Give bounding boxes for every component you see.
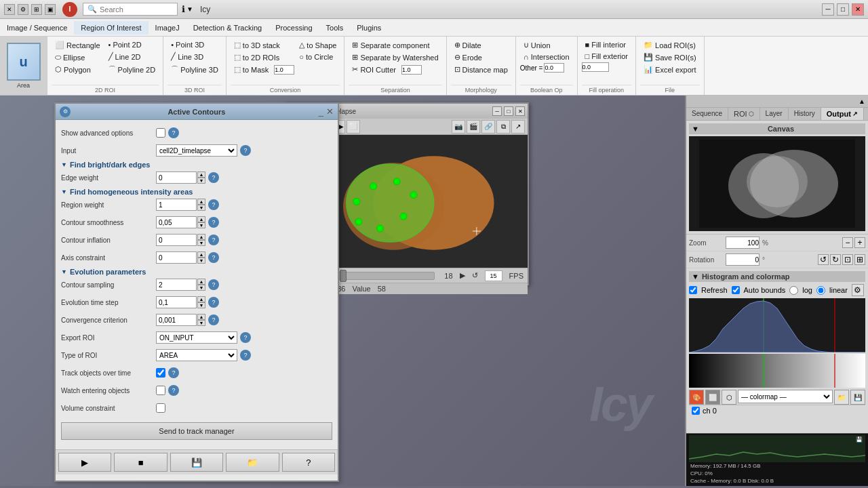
csamp-up[interactable]: ▲ bbox=[197, 279, 205, 285]
show-advanced-info[interactable]: ? bbox=[168, 127, 179, 138]
polyline2d-btn[interactable]: ⌒Polyline 2D bbox=[105, 63, 159, 76]
tab-sequence[interactable]: Sequence bbox=[686, 108, 728, 120]
zoom-out-button[interactable]: − bbox=[842, 237, 853, 248]
load-colormap-button[interactable]: 💾 bbox=[850, 390, 865, 405]
region-weight-down[interactable]: ▼ bbox=[197, 205, 205, 211]
menu-image-sequence[interactable]: Image / Sequence bbox=[0, 21, 74, 35]
point3d-btn[interactable]: •Point 3D bbox=[167, 39, 222, 50]
roi-area-icon[interactable]: u bbox=[7, 43, 41, 81]
log-radio[interactable] bbox=[789, 286, 798, 295]
menu-imagej[interactable]: ImageJ bbox=[149, 21, 186, 35]
histogram-settings-button[interactable]: ⚙ bbox=[852, 284, 864, 296]
polygon-btn[interactable]: ⬡Polygon bbox=[52, 64, 104, 75]
search-input[interactable] bbox=[100, 5, 173, 14]
watch-entering-checkbox[interactable] bbox=[156, 386, 165, 395]
axis-down[interactable]: ▼ bbox=[197, 258, 205, 264]
track-objects-checkbox[interactable] bbox=[156, 368, 165, 378]
tocircle-btn[interactable]: ○to Circle bbox=[296, 52, 340, 62]
stop-button[interactable]: ■ bbox=[114, 453, 167, 472]
fill-interior-btn[interactable]: ■Fill interior bbox=[582, 39, 631, 50]
panel-minimize-button[interactable]: _ bbox=[319, 106, 323, 117]
track-objects-info[interactable]: ? bbox=[168, 367, 179, 378]
cs-down[interactable]: ▼ bbox=[197, 222, 205, 228]
grid-btn[interactable]: ⊞ bbox=[31, 4, 42, 15]
rectangle-btn[interactable]: ⬜Rectangle bbox=[52, 39, 104, 51]
edge-weight-input[interactable] bbox=[156, 171, 197, 184]
csamp-down[interactable]: ▼ bbox=[197, 285, 205, 291]
separate-component-btn[interactable]: ⊞Separate component bbox=[349, 39, 441, 51]
fit-button[interactable]: ⊡ bbox=[842, 254, 853, 265]
to3dstack-btn[interactable]: ⬚to 3D stack bbox=[231, 39, 295, 51]
axis-up[interactable]: ▲ bbox=[197, 251, 205, 258]
watch-entering-info[interactable]: ? bbox=[168, 385, 179, 396]
help-button[interactable]: ? bbox=[282, 453, 335, 472]
axis-input[interactable] bbox=[156, 251, 197, 264]
channel-checkbox[interactable] bbox=[692, 407, 700, 415]
rotate-cw-button[interactable]: ↻ bbox=[830, 254, 841, 265]
edge-weight-up[interactable]: ▲ bbox=[197, 171, 205, 178]
conv-up[interactable]: ▲ bbox=[197, 314, 205, 320]
axis-info[interactable]: ? bbox=[208, 252, 219, 263]
ci-info[interactable]: ? bbox=[208, 235, 219, 245]
input-info[interactable]: ? bbox=[240, 145, 251, 156]
conv-info[interactable]: ? bbox=[208, 314, 219, 325]
roi-cutter-btn[interactable]: ✂ROI Cutter bbox=[349, 64, 399, 75]
excel-export-btn[interactable]: 📊Excel export bbox=[640, 64, 700, 75]
loop-icon[interactable]: ↺ bbox=[472, 271, 478, 280]
menu-detection[interactable]: Detection & Tracking bbox=[186, 21, 269, 35]
cs-info[interactable]: ? bbox=[208, 217, 219, 228]
conv-down[interactable]: ▼ bbox=[197, 320, 205, 326]
et-up[interactable]: ▲ bbox=[197, 296, 205, 302]
monitor-btn[interactable]: ▣ bbox=[45, 4, 56, 15]
color-palette-button[interactable]: 🎨 bbox=[689, 390, 704, 405]
export-roi-select[interactable]: ON_INPUT bbox=[156, 331, 237, 344]
load-rois-btn[interactable]: 📁Load ROI(s) bbox=[640, 39, 700, 51]
save-state-button[interactable]: 💾 bbox=[170, 453, 223, 472]
type-roi-info[interactable]: ? bbox=[240, 350, 251, 361]
tab-roi[interactable]: ROI⬡ bbox=[728, 108, 760, 120]
tab-output[interactable]: Output↗ bbox=[821, 108, 864, 120]
play-icon[interactable]: ▶ bbox=[460, 271, 465, 280]
ci-up[interactable]: ▲ bbox=[197, 234, 205, 240]
refresh-checkbox[interactable] bbox=[689, 286, 697, 294]
toshape-btn[interactable]: △to Shape bbox=[296, 39, 340, 51]
menu-plugins[interactable]: Plugins bbox=[350, 21, 388, 35]
minimize-button[interactable]: ─ bbox=[822, 3, 834, 16]
region-weight-info[interactable]: ? bbox=[208, 199, 219, 210]
contour-sampling-input[interactable] bbox=[156, 279, 197, 291]
intersection-btn[interactable]: ∩Intersection bbox=[520, 52, 573, 62]
cell-tool-export[interactable]: ↗ bbox=[511, 120, 525, 134]
evolution-section[interactable]: ▼ Evolution parameters bbox=[61, 268, 332, 276]
region-weight-input[interactable] bbox=[156, 199, 197, 211]
auto-bounds-checkbox[interactable] bbox=[732, 286, 740, 294]
tomask-btn[interactable]: ⬚to Mask bbox=[231, 64, 273, 75]
convergence-input[interactable] bbox=[156, 314, 197, 326]
bright-dark-section[interactable]: ▼ Find bright/dark edges bbox=[61, 161, 332, 169]
type-roi-select[interactable]: AREA bbox=[156, 349, 237, 361]
contour-inflation-input[interactable] bbox=[156, 234, 197, 246]
rotate-ccw-button[interactable]: ↺ bbox=[818, 254, 829, 265]
info-icon[interactable]: ℹ bbox=[182, 4, 185, 14]
menu-tools[interactable]: Tools bbox=[319, 21, 351, 35]
homogeneous-section[interactable]: ▼ Find homogeneous intensity areas bbox=[61, 188, 332, 196]
cell-tool-link[interactable]: 🔗 bbox=[481, 120, 495, 134]
cell-tool-capture[interactable]: 📷 bbox=[452, 120, 465, 134]
zoom-in-button[interactable]: + bbox=[854, 237, 865, 248]
volume-constraint-checkbox[interactable] bbox=[156, 403, 165, 413]
dropdown-icon[interactable]: ▼ bbox=[186, 5, 193, 13]
t-slider-thumb[interactable] bbox=[340, 270, 347, 282]
edge-weight-info[interactable]: ? bbox=[208, 172, 219, 183]
panel-close-button[interactable]: ✕ bbox=[326, 106, 334, 117]
union-btn[interactable]: ∪Union bbox=[520, 39, 573, 51]
linear-radio[interactable] bbox=[816, 286, 825, 295]
mask-input[interactable] bbox=[274, 65, 294, 75]
et-down[interactable]: ▼ bbox=[197, 302, 205, 308]
close-btn[interactable]: ✕ bbox=[4, 4, 15, 15]
show-advanced-checkbox[interactable] bbox=[156, 128, 165, 138]
menu-roi[interactable]: Region Of Interest bbox=[74, 21, 148, 35]
fullscreen-button[interactable]: ⊞ bbox=[854, 254, 865, 265]
cell-close-button[interactable]: ✕ bbox=[515, 106, 525, 116]
contour-smoothness-input[interactable] bbox=[156, 216, 197, 228]
dilate-btn[interactable]: ⊕Dilate bbox=[451, 39, 511, 51]
disk-icon[interactable]: 💾 bbox=[856, 436, 863, 443]
